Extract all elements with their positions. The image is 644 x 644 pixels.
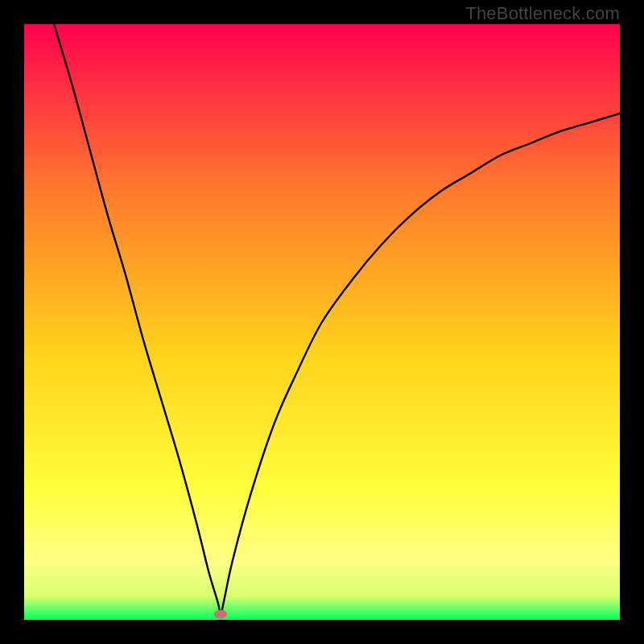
chart-container: TheBottleneck.com [0,0,644,644]
bottleneck-curve [24,24,620,620]
minimum-marker [214,609,227,618]
plot-area [24,24,620,620]
watermark-text: TheBottleneck.com [465,3,620,24]
